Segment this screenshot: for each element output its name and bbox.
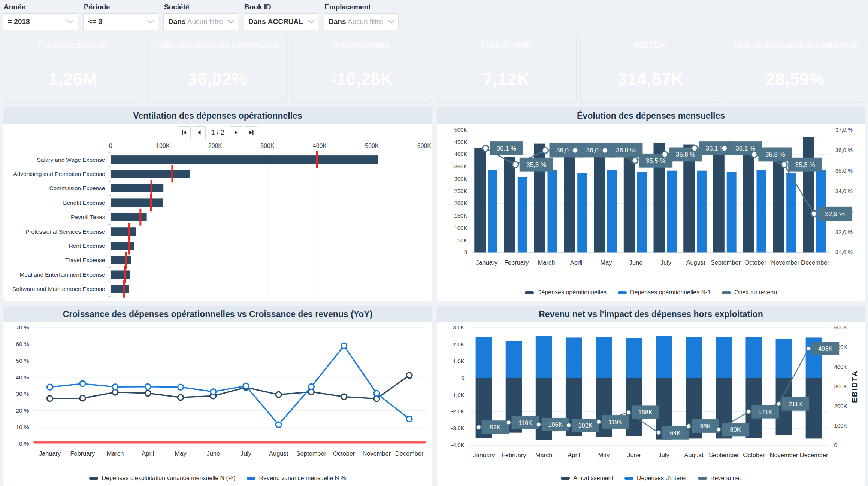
line-point[interactable] [512, 162, 518, 168]
line-point[interactable] [662, 151, 668, 157]
interest-column[interactable] [566, 337, 582, 378]
expense-bar[interactable] [111, 170, 190, 178]
filter-dropdown-bookid[interactable]: Dans ACCRUAL [244, 13, 318, 30]
filter-dropdown-emplacement[interactable]: Dans Aucun filtre [324, 13, 399, 30]
line-point[interactable] [406, 373, 412, 378]
filter-dropdown-periode[interactable]: <= 3 [83, 13, 158, 30]
line-point[interactable] [178, 384, 184, 390]
kpi-card-ratio-depenses[interactable]: Ratio des dépenses d'exploitation 36,02% [148, 34, 288, 102]
kpi-card-taux-croissance[interactable]: Taux de croissance des dépenses 28,59% [725, 34, 865, 102]
line-point[interactable] [626, 410, 631, 414]
pagination-prev-button[interactable] [193, 126, 206, 139]
interest-column[interactable] [596, 337, 612, 378]
target-marker[interactable] [139, 209, 141, 226]
filter-dropdown-societe[interactable]: Dans Aucun filtre [163, 13, 238, 30]
interest-column[interactable] [776, 339, 792, 378]
line-point[interactable] [536, 422, 541, 427]
expense-bar[interactable] [111, 184, 163, 192]
column-previous-year[interactable] [547, 170, 557, 252]
line-point[interactable] [692, 145, 698, 151]
line-point[interactable] [632, 158, 638, 164]
line-point[interactable] [483, 145, 489, 151]
column-current-year[interactable] [504, 157, 515, 252]
interest-column[interactable] [506, 341, 522, 378]
legend-item[interactable]: Opex au revenu [722, 289, 777, 296]
column-previous-year[interactable] [607, 170, 617, 252]
line-point[interactable] [751, 151, 757, 157]
line-point[interactable] [145, 391, 151, 396]
pagination-next-button[interactable] [230, 126, 242, 139]
line-point[interactable] [47, 396, 53, 401]
column-previous-year[interactable] [637, 172, 647, 253]
interest-column[interactable] [686, 337, 702, 378]
line-point[interactable] [781, 162, 787, 168]
kpi-card-frais-interet[interactable]: Frais d'intérêt 7,12K [436, 34, 577, 102]
interest-column[interactable] [745, 337, 762, 378]
legend-item[interactable]: Dépenses opérationnelles [525, 289, 607, 296]
column-previous-year[interactable] [518, 177, 527, 252]
legend-item[interactable]: Amortissement [561, 475, 613, 482]
legend-item[interactable]: Revenu net [698, 475, 741, 482]
target-marker[interactable] [123, 280, 125, 298]
line-point[interactable] [811, 211, 817, 217]
interest-column[interactable] [536, 336, 552, 378]
target-marker[interactable] [316, 151, 318, 168]
line-point[interactable] [656, 431, 661, 435]
column-previous-year[interactable] [727, 172, 737, 253]
interest-column[interactable] [626, 338, 642, 378]
kpi-card-frais-exploitation[interactable]: Frais d'exploitation 1,26M [3, 34, 143, 102]
line-point[interactable] [406, 416, 412, 422]
line-point[interactable] [276, 392, 281, 397]
column-current-year[interactable] [743, 146, 754, 252]
pagination-first-button[interactable] [178, 126, 191, 139]
line-point[interactable] [211, 389, 216, 395]
expense-bar[interactable] [111, 285, 129, 293]
line-point[interactable] [477, 425, 481, 429]
line-point[interactable] [746, 410, 751, 414]
line-point[interactable] [777, 402, 781, 406]
filter-dropdown-annee[interactable]: = 2018 [3, 13, 78, 30]
column-current-year[interactable] [803, 137, 814, 252]
legend-item[interactable]: Revenu variance mensuelle N % [247, 475, 346, 482]
line-point[interactable] [243, 383, 249, 389]
line-point[interactable] [374, 391, 379, 396]
line-point[interactable] [276, 422, 281, 428]
column-current-year[interactable] [564, 145, 575, 253]
line-point[interactable] [596, 420, 601, 424]
line-point[interactable] [341, 343, 347, 349]
line-point[interactable] [572, 148, 578, 154]
expense-bar[interactable] [111, 155, 378, 164]
expense-bar[interactable] [111, 227, 136, 236]
line-point[interactable] [178, 395, 184, 400]
interest-column[interactable] [716, 337, 732, 378]
line-point[interactable] [80, 381, 85, 386]
line-point[interactable] [47, 384, 53, 390]
legend-item[interactable]: Dépenses d'exploitation variance mensuel… [89, 475, 235, 482]
expense-bar[interactable] [111, 198, 163, 207]
line-point[interactable] [341, 394, 347, 400]
column-previous-year[interactable] [488, 170, 497, 252]
target-marker[interactable] [150, 194, 152, 211]
interest-column[interactable] [656, 336, 672, 378]
column-previous-year[interactable] [786, 173, 796, 252]
column-current-year[interactable] [594, 149, 605, 253]
expense-bar[interactable] [111, 242, 134, 250]
line-point[interactable] [80, 395, 85, 401]
expense-bar[interactable] [111, 270, 130, 279]
column-previous-year[interactable] [667, 171, 677, 253]
interest-column[interactable] [476, 337, 492, 378]
column-previous-year[interactable] [756, 170, 766, 252]
line-point[interactable] [686, 424, 691, 428]
line-point[interactable] [308, 384, 314, 389]
kpi-card-ebitda[interactable]: EBITDA 314,87K [581, 34, 721, 102]
line-point[interactable] [145, 384, 151, 389]
legend-item[interactable]: Dépenses d'intérêt [624, 475, 687, 482]
column-current-year[interactable] [474, 148, 486, 252]
line-point[interactable] [566, 423, 571, 428]
line-point[interactable] [716, 427, 721, 432]
line-point[interactable] [112, 384, 118, 390]
kpi-card-amortissement[interactable]: Amortissement -10,28K [292, 34, 432, 102]
legend-item[interactable]: Dépenses opérationnelles N-1 [618, 289, 711, 296]
target-marker[interactable] [171, 165, 173, 183]
target-marker[interactable] [128, 237, 130, 255]
